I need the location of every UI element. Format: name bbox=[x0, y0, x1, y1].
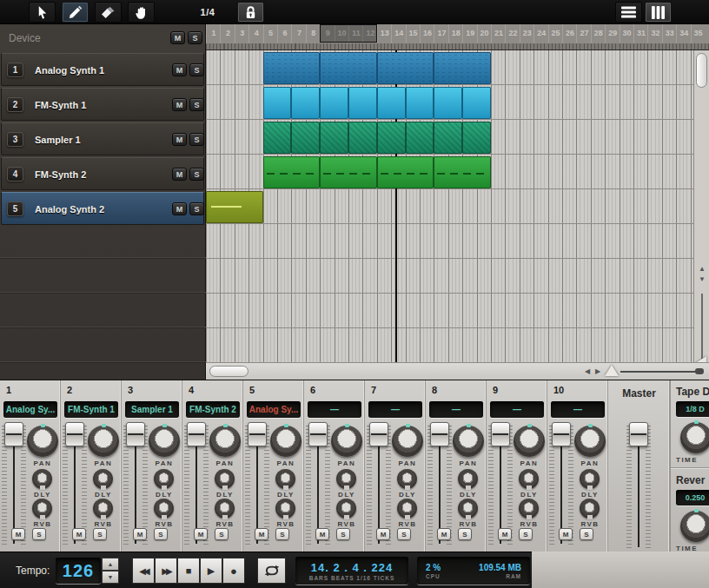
pan-knob[interactable] bbox=[209, 426, 241, 457]
rewind-button[interactable]: ◀◀ bbox=[132, 558, 155, 584]
master-solo-button[interactable]: S bbox=[188, 31, 202, 44]
arrangement-grid[interactable] bbox=[206, 50, 693, 362]
ruler-bar-23[interactable]: 23 bbox=[520, 24, 534, 43]
loop-region[interactable] bbox=[320, 24, 377, 43]
clip-green[interactable] bbox=[434, 156, 491, 188]
rvb-knob[interactable] bbox=[215, 499, 235, 519]
rvb-knob[interactable] bbox=[397, 499, 417, 519]
channel-mute-button[interactable]: M bbox=[498, 528, 512, 540]
horizontal-scroll-thumb[interactable] bbox=[209, 366, 248, 377]
clip-teal[interactable] bbox=[348, 122, 377, 154]
channel-fader[interactable] bbox=[367, 422, 391, 545]
clip-cyan[interactable] bbox=[434, 87, 462, 119]
fader-handle[interactable] bbox=[126, 422, 145, 446]
track-row-fm-synth-2[interactable]: 4FM-Synth 2MS bbox=[1, 157, 204, 190]
channel-name-display[interactable]: — bbox=[429, 401, 483, 418]
channel-mute-button[interactable]: M bbox=[559, 528, 573, 540]
clip-blue[interactable] bbox=[377, 52, 434, 84]
clip-teal[interactable] bbox=[263, 122, 292, 154]
channel-mute-button[interactable]: M bbox=[437, 528, 451, 540]
channel-solo-button[interactable]: S bbox=[458, 528, 472, 540]
channel-fader[interactable] bbox=[427, 422, 452, 545]
dly-knob[interactable] bbox=[93, 469, 113, 489]
fader-handle[interactable] bbox=[430, 422, 449, 446]
fader-handle[interactable] bbox=[491, 422, 510, 446]
clip-cyan[interactable] bbox=[377, 87, 406, 119]
channel-fader[interactable] bbox=[184, 422, 209, 545]
fader-handle[interactable] bbox=[187, 422, 206, 446]
ruler-bar-2[interactable]: 2 bbox=[220, 24, 235, 43]
reverb-value-display[interactable]: 0.250 bbox=[676, 490, 709, 505]
pan-knob[interactable] bbox=[88, 426, 119, 457]
ruler-bar-25[interactable]: 25 bbox=[548, 24, 563, 43]
channel-fader[interactable] bbox=[123, 422, 148, 545]
clip-teal[interactable] bbox=[406, 122, 434, 154]
ruler-bar-35[interactable]: 35 bbox=[691, 24, 706, 43]
tempo-up-button[interactable]: ▲ bbox=[102, 558, 119, 571]
scroll-left-icon[interactable]: ◀ bbox=[585, 368, 590, 375]
channel-fader[interactable] bbox=[245, 422, 269, 545]
ruler-bar-31[interactable]: 31 bbox=[633, 24, 648, 43]
horizontal-scrollbar[interactable]: ◀ ▶ bbox=[206, 362, 709, 380]
lock-button[interactable] bbox=[237, 2, 264, 23]
pan-knob[interactable] bbox=[270, 426, 301, 457]
clip-cyan[interactable] bbox=[406, 87, 434, 119]
track-solo-button[interactable]: S bbox=[189, 202, 204, 215]
track-mute-button[interactable]: M bbox=[172, 202, 187, 215]
channel-solo-button[interactable]: S bbox=[397, 528, 411, 540]
dly-knob[interactable] bbox=[397, 469, 417, 489]
master-fader-handle[interactable] bbox=[629, 422, 648, 446]
ruler-bar-18[interactable]: 18 bbox=[448, 24, 463, 43]
channel-solo-button[interactable]: S bbox=[519, 528, 533, 540]
track-row-analog-synth-2[interactable]: 5Analog Synth 2MS bbox=[1, 192, 204, 225]
rvb-knob[interactable] bbox=[580, 499, 600, 519]
channel-name-display[interactable]: Analog Sy... bbox=[3, 401, 57, 418]
clip-green[interactable] bbox=[377, 156, 434, 188]
channel-solo-button[interactable]: S bbox=[32, 528, 46, 540]
scroll-up-icon[interactable]: ▲ bbox=[699, 266, 706, 273]
clip-cyan[interactable] bbox=[291, 87, 320, 119]
rvb-knob[interactable] bbox=[154, 499, 174, 519]
reverb-time-knob[interactable] bbox=[680, 511, 709, 542]
clip-green[interactable] bbox=[263, 156, 321, 188]
channel-solo-button[interactable]: S bbox=[275, 528, 289, 540]
tape-delay-time-knob[interactable] bbox=[680, 422, 709, 453]
pan-knob[interactable] bbox=[27, 426, 58, 457]
ruler-bar-6[interactable]: 6 bbox=[277, 24, 292, 43]
play-button[interactable]: ▶ bbox=[200, 558, 222, 584]
ruler-bar-16[interactable]: 16 bbox=[420, 24, 434, 43]
clip-blue[interactable] bbox=[434, 52, 491, 84]
dly-knob[interactable] bbox=[275, 469, 295, 489]
pan-knob[interactable] bbox=[453, 426, 484, 457]
mixer-view-button[interactable] bbox=[645, 2, 672, 23]
track-mute-button[interactable]: M bbox=[172, 98, 187, 111]
track-row-analog-synth-1[interactable]: 1Analog Synth 1MS bbox=[1, 53, 204, 86]
tempo-display[interactable]: 126 bbox=[56, 558, 101, 584]
channel-mute-button[interactable]: M bbox=[72, 528, 86, 540]
ruler-bar-17[interactable]: 17 bbox=[434, 24, 448, 43]
fader-handle[interactable] bbox=[308, 422, 328, 446]
clip-cyan[interactable] bbox=[263, 87, 292, 119]
pan-knob[interactable] bbox=[331, 426, 362, 457]
vertical-scroll-thumb[interactable] bbox=[696, 53, 707, 88]
channel-mute-button[interactable]: M bbox=[11, 528, 25, 540]
ruler-bar-34[interactable]: 34 bbox=[676, 24, 691, 43]
ruler-bar-13[interactable]: 13 bbox=[377, 24, 392, 43]
pointer-tool-button[interactable] bbox=[29, 2, 56, 23]
channel-name-display[interactable]: FM-Synth 1 bbox=[64, 401, 118, 418]
timeline-ruler[interactable]: 1234567891011121314151617181920212223242… bbox=[206, 24, 709, 50]
channel-mute-button[interactable]: M bbox=[255, 528, 268, 540]
scroll-right-icon[interactable]: ▶ bbox=[595, 368, 600, 375]
track-mute-button[interactable]: M bbox=[172, 63, 187, 76]
clip-teal[interactable] bbox=[320, 122, 348, 154]
pan-knob[interactable] bbox=[574, 426, 606, 457]
clip-cyan[interactable] bbox=[320, 87, 348, 119]
pan-knob[interactable] bbox=[514, 426, 545, 457]
channel-name-display[interactable]: — bbox=[308, 401, 361, 418]
ruler-bar-3[interactable]: 3 bbox=[235, 24, 249, 43]
loop-button[interactable] bbox=[257, 558, 286, 584]
clip-teal[interactable] bbox=[462, 122, 491, 154]
channel-name-display[interactable]: — bbox=[368, 401, 422, 418]
channel-solo-button[interactable]: S bbox=[580, 528, 593, 540]
vertical-scrollbar[interactable]: ▲ ▼ bbox=[693, 50, 709, 362]
